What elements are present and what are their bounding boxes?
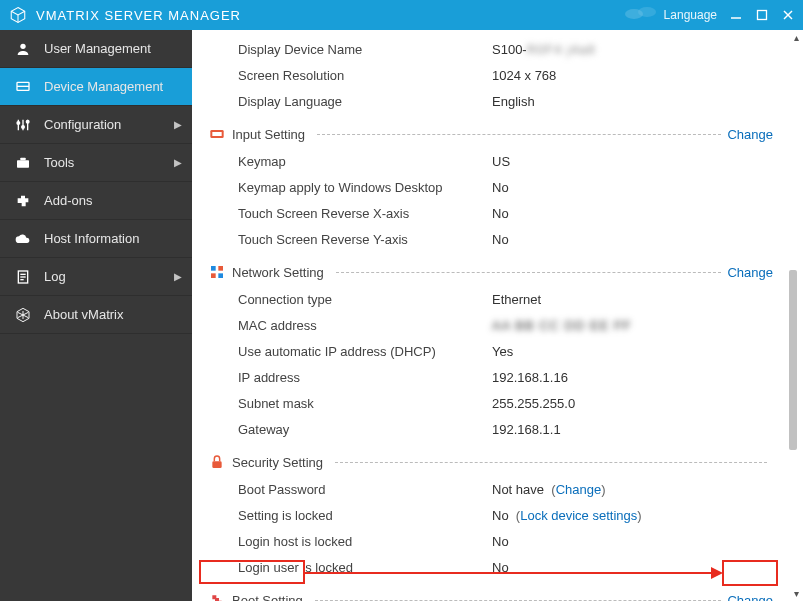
setting-value: AA BB CC DD EE FF — [492, 318, 632, 333]
scroll-thumb[interactable] — [789, 270, 797, 450]
setting-value: US — [492, 154, 510, 169]
setting-key: Keymap — [202, 154, 492, 169]
sidebar-item-label: Add-ons — [44, 193, 92, 208]
svg-rect-18 — [20, 157, 25, 160]
setting-key: Touch Screen Reverse X-axis — [202, 206, 492, 221]
setting-row: Login user is lockedNo — [202, 554, 773, 580]
setting-key: Login host is locked — [202, 534, 492, 549]
setting-value: Ethernet — [492, 292, 541, 307]
svg-rect-30 — [218, 266, 223, 271]
sidebar-item-log[interactable]: Log ▶ — [0, 258, 192, 296]
chevron-right-icon: ▶ — [174, 157, 182, 168]
globe-icon — [624, 6, 658, 25]
divider — [315, 600, 722, 601]
setting-key: IP address — [202, 370, 492, 385]
about-icon — [14, 306, 32, 324]
setting-row: Subnet mask255.255.255.0 — [202, 390, 773, 416]
sidebar-item-configuration[interactable]: Configuration ▶ — [0, 106, 192, 144]
svg-point-8 — [20, 43, 25, 48]
svg-point-16 — [26, 120, 29, 123]
sidebar-item-device-management[interactable]: Device Management — [0, 68, 192, 106]
sidebar-item-label: Host Information — [44, 231, 139, 246]
sidebar-item-label: About vMatrix — [44, 307, 123, 322]
setting-value: No — [492, 180, 509, 195]
svg-rect-29 — [211, 266, 216, 271]
sidebar-item-label: User Management — [44, 41, 151, 56]
lock-icon — [208, 453, 226, 471]
setting-row: Setting is locked No (Lock device settin… — [202, 502, 773, 528]
setting-value: 192.168.1.1 — [492, 422, 561, 437]
titlebar: VMATRIX SERVER MANAGER Language — [0, 0, 803, 30]
setting-key: Setting is locked — [202, 508, 492, 523]
sidebar-item-host-information[interactable]: Host Information — [0, 220, 192, 258]
sidebar-item-label: Device Management — [44, 79, 163, 94]
input-icon — [208, 125, 226, 143]
setting-key: Subnet mask — [202, 396, 492, 411]
setting-value: 255.255.255.0 — [492, 396, 575, 411]
scroll-up-icon[interactable]: ▴ — [794, 32, 799, 43]
svg-point-15 — [22, 125, 25, 128]
setting-row: Keymap apply to Windows DesktopNo — [202, 174, 773, 200]
close-button[interactable] — [781, 8, 795, 22]
setting-key: Boot Password — [202, 482, 492, 497]
setting-row: Login host is lockedNo — [202, 528, 773, 554]
device-icon — [14, 78, 32, 96]
scroll-down-icon[interactable]: ▾ — [794, 588, 799, 599]
section-security-setting: Security Setting — [202, 448, 773, 476]
setting-row: Display Device Name S100-R0F4 j4a8 — [202, 36, 773, 62]
setting-key: Connection type — [202, 292, 492, 307]
change-link[interactable]: Change — [727, 265, 773, 280]
cloud-icon — [14, 230, 32, 248]
divider — [335, 462, 767, 463]
section-title: Security Setting — [232, 455, 323, 470]
chevron-right-icon: ▶ — [174, 119, 182, 130]
change-link[interactable]: Change — [727, 593, 773, 602]
svg-rect-17 — [17, 160, 29, 167]
setting-value: No — [492, 206, 509, 221]
app-title: VMATRIX SERVER MANAGER — [36, 8, 624, 23]
language-selector[interactable]: Language — [624, 6, 717, 25]
setting-row: IP address192.168.1.16 — [202, 364, 773, 390]
setting-value: No — [492, 232, 509, 247]
content-pane: Display Device Name S100-R0F4 j4a8 Scree… — [192, 30, 803, 601]
setting-row: Touch Screen Reverse Y-axisNo — [202, 226, 773, 252]
sidebar-item-addons[interactable]: Add-ons — [0, 182, 192, 220]
change-link[interactable]: Change — [727, 127, 773, 142]
sidebar-item-label: Configuration — [44, 117, 121, 132]
change-password-link[interactable]: Change — [556, 482, 602, 497]
setting-key: Use automatic IP address (DHCP) — [202, 344, 492, 359]
setting-key: Gateway — [202, 422, 492, 437]
svg-rect-33 — [212, 461, 221, 468]
section-title: Input Setting — [232, 127, 305, 142]
document-icon — [14, 268, 32, 286]
setting-row: Touch Screen Reverse X-axisNo — [202, 200, 773, 226]
divider — [317, 134, 721, 135]
sidebar-item-about[interactable]: About vMatrix — [0, 296, 192, 334]
setting-value: 192.168.1.16 — [492, 370, 568, 385]
sidebar-item-tools[interactable]: Tools ▶ — [0, 144, 192, 182]
svg-rect-32 — [218, 273, 223, 278]
setting-value: No (Lock device settings) — [492, 508, 642, 523]
sidebar-item-label: Log — [44, 269, 66, 284]
setting-key: Display Device Name — [202, 42, 492, 57]
setting-key: Display Language — [202, 94, 492, 109]
toolbox-icon — [14, 154, 32, 172]
minimize-button[interactable] — [729, 8, 743, 22]
section-title: Network Setting — [232, 265, 324, 280]
language-label: Language — [664, 8, 717, 22]
network-icon — [208, 263, 226, 281]
sidebar-item-user-management[interactable]: User Management — [0, 30, 192, 68]
boot-icon — [208, 591, 226, 601]
maximize-button[interactable] — [755, 8, 769, 22]
section-input-setting: Input Setting Change — [202, 120, 773, 148]
sidebar-item-label: Tools — [44, 155, 74, 170]
svg-rect-5 — [758, 11, 767, 20]
scrollbar[interactable]: ▴ ▾ — [785, 30, 801, 601]
chevron-right-icon: ▶ — [174, 271, 182, 282]
sidebar: User Management Device Management Config… — [0, 30, 192, 601]
app-logo-icon — [8, 5, 28, 25]
setting-row: Connection typeEthernet — [202, 286, 773, 312]
section-boot-setting: Boot Setting Change — [202, 586, 773, 601]
lock-settings-link[interactable]: Lock device settings — [520, 508, 637, 523]
svg-rect-31 — [211, 273, 216, 278]
